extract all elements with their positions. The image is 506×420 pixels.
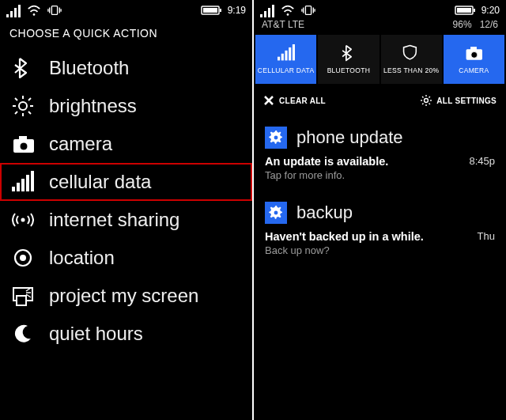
- quick-action-label: brightness: [49, 95, 137, 117]
- right-phone-screen: 9:20 AT&T LTE 96% 12/6 CELLULAR DATABLUE…: [254, 0, 506, 420]
- status-time: 9:19: [228, 5, 246, 16]
- notification-title: phone update: [296, 127, 403, 148]
- quick-action-label: camera: [49, 133, 112, 155]
- battery-icon: [455, 3, 475, 17]
- brightness-icon: [11, 94, 35, 118]
- quick-action-label: cellular data: [49, 171, 151, 193]
- cellular-icon: [278, 44, 295, 62]
- notification-headline: Haven't backed up in a while.: [265, 230, 424, 243]
- project-icon: [11, 284, 35, 308]
- quick-action-internet-sharing[interactable]: internet sharing: [0, 201, 252, 239]
- battery-icon: [201, 3, 221, 17]
- vibrate-icon: [301, 3, 315, 17]
- quick-action-label: Bluetooth: [49, 57, 129, 79]
- all-settings-label: ALL SETTINGS: [436, 96, 497, 105]
- quiet-hours-icon: [11, 322, 35, 346]
- signal-icon: [6, 3, 21, 17]
- signal-icon: [260, 3, 274, 17]
- notification-title: backup: [296, 202, 353, 223]
- status-bar: 9:20: [254, 0, 506, 19]
- tile-cellular[interactable]: CELLULAR DATA: [255, 35, 316, 84]
- quick-action-bluetooth[interactable]: Bluetooth: [0, 49, 252, 87]
- page-title: CHOOSE A QUICK ACTION: [0, 19, 252, 46]
- quick-action-list: Bluetoothbrightnesscameracellular datain…: [0, 46, 252, 356]
- tile-bluetooth[interactable]: BLUETOOTH: [318, 35, 379, 84]
- quick-action-cellular[interactable]: cellular data: [0, 163, 252, 201]
- status-time: 9:20: [481, 5, 500, 16]
- wifi-icon: [27, 3, 41, 17]
- gear-icon: [265, 127, 287, 149]
- tile-label: CELLULAR DATA: [258, 66, 315, 74]
- shield-icon: [402, 44, 420, 62]
- camera-icon: [11, 132, 35, 156]
- clear-all-button[interactable]: CLEAR ALL: [263, 95, 326, 106]
- tile-shield[interactable]: LESS THAN 20%: [381, 35, 442, 84]
- quick-action-location[interactable]: location: [0, 239, 252, 277]
- close-icon: [263, 95, 274, 106]
- cellular-icon: [11, 170, 35, 194]
- bluetooth-icon: [340, 44, 357, 62]
- status-date: 12/6: [480, 19, 498, 30]
- bluetooth-icon: [11, 56, 35, 80]
- left-phone-screen: 9:19 CHOOSE A QUICK ACTION Bluetoothbrig…: [0, 0, 252, 420]
- notification-item[interactable]: phone updateAn update is available.Tap f…: [254, 119, 506, 194]
- quick-action-quiet-hours[interactable]: quiet hours: [0, 315, 252, 353]
- quick-action-label: quiet hours: [49, 323, 143, 345]
- clear-all-label: CLEAR ALL: [279, 96, 326, 105]
- gear-icon: [265, 202, 287, 224]
- notification-sub: Tap for more info.: [265, 169, 388, 181]
- quick-action-label: internet sharing: [49, 209, 179, 231]
- quick-action-brightness[interactable]: brightness: [0, 87, 252, 125]
- wifi-icon: [281, 3, 295, 17]
- notification-time: Thu: [471, 230, 495, 242]
- status-sub-bar: AT&T LTE 96% 12/6: [254, 19, 506, 35]
- tile-label: LESS THAN 20%: [383, 66, 439, 74]
- vibrate-icon: [47, 3, 62, 17]
- notification-headline: An update is available.: [265, 155, 388, 168]
- battery-pct: 96%: [453, 19, 472, 30]
- carrier-label: AT&T LTE: [262, 19, 304, 30]
- all-settings-button[interactable]: ALL SETTINGS: [421, 95, 497, 106]
- tile-label: BLUETOOTH: [327, 66, 371, 74]
- gear-icon: [421, 95, 432, 106]
- tile-camera[interactable]: CAMERA: [444, 35, 504, 84]
- notification-time: 8:45p: [463, 155, 495, 167]
- quick-action-camera[interactable]: camera: [0, 125, 252, 163]
- quick-action-project[interactable]: project my screen: [0, 277, 252, 315]
- notification-list: phone updateAn update is available.Tap f…: [254, 119, 506, 269]
- quick-action-label: project my screen: [49, 285, 198, 307]
- notification-item[interactable]: backupHaven't backed up in a while.Back …: [254, 194, 506, 269]
- location-icon: [11, 246, 35, 270]
- quick-tiles-row: CELLULAR DATABLUETOOTHLESS THAN 20%CAMER…: [254, 35, 506, 84]
- status-bar: 9:19: [0, 0, 252, 19]
- tile-label: CAMERA: [459, 66, 489, 74]
- notification-sub: Back up now?: [265, 244, 424, 256]
- quick-action-label: location: [49, 247, 115, 269]
- internet-sharing-icon: [11, 208, 35, 232]
- camera-icon: [465, 44, 482, 62]
